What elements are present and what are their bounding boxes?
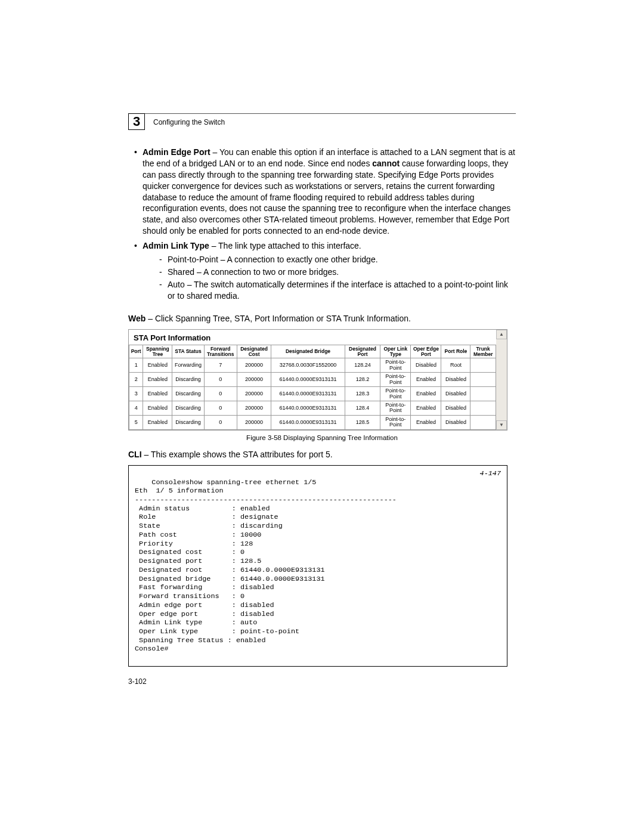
table-cell: 200000	[237, 373, 271, 387]
th-trunk-member: Trunk Member	[470, 345, 496, 358]
page-number: 3-102	[128, 677, 516, 686]
th-spanning-tree: Spanning Tree	[143, 345, 172, 358]
table-cell: 1	[129, 358, 143, 373]
th-des-bridge: Designated Bridge	[271, 345, 345, 358]
bullet-list: • Admin Edge Port – You can enable this …	[134, 147, 516, 303]
sub-list: -Point-to-Point – A connection to exactl…	[159, 254, 516, 302]
table-cell: Discarding	[172, 401, 204, 416]
scrollbar-up-icon[interactable]: ▲	[496, 330, 507, 339]
table-cell: Enabled	[411, 387, 441, 401]
table-cell: 128.2	[345, 373, 380, 387]
admin-link-text: – The link type attached to this interfa…	[209, 241, 361, 250]
bullet-admin-edge-port: • Admin Edge Port – You can enable this …	[134, 147, 516, 237]
table-cell: Discarding	[172, 373, 204, 387]
scrollbar-down-icon[interactable]: ▼	[496, 420, 507, 430]
cli-label: CLI	[128, 450, 142, 459]
cli-output-box: 4-147Console#show spanning-tree ethernet…	[128, 465, 507, 667]
cli-body: Console#show spanning-tree ethernet 1/5 …	[135, 478, 397, 654]
bullet-admin-link-type: • Admin Link Type – The link type attach…	[134, 240, 516, 302]
table-cell: 61440.0.0000E9313131	[271, 373, 345, 387]
table-cell: 61440.0.0000E9313131	[271, 415, 345, 429]
dash-icon: -	[159, 279, 168, 302]
table-cell: Discarding	[172, 387, 204, 401]
th-port: Port	[129, 345, 143, 358]
th-fwd-trans: Forward Transitions	[204, 345, 237, 358]
admin-edge-label: Admin Edge Port	[143, 147, 210, 157]
cli-instruction: CLI – This example shows the STA attribu…	[128, 450, 516, 459]
table-row: 3EnabledDiscarding020000061440.0.0000E93…	[129, 387, 496, 401]
table-cell: 32768.0.0030F1552000	[271, 358, 345, 373]
table-cell: Root	[441, 358, 470, 373]
admin-edge-text2: cause forwarding loops, they can pass di…	[143, 159, 510, 236]
table-cell: 128.4	[345, 401, 380, 416]
th-sta-status: STA Status	[172, 345, 204, 358]
table-cell: 0	[204, 401, 237, 416]
table-cell: Point-to-Point	[380, 401, 411, 416]
admin-link-label: Admin Link Type	[143, 241, 209, 250]
table-cell: Enabled	[411, 373, 441, 387]
table-cell: 61440.0.0000E9313131	[271, 401, 345, 416]
table-cell: Enabled	[143, 358, 172, 373]
sub-item: -Point-to-Point – A connection to exactl…	[159, 254, 516, 265]
cli-text: – This example shows the STA attributes …	[142, 450, 333, 459]
table-cell: Enabled	[143, 387, 172, 401]
table-cell: Discarding	[172, 415, 204, 429]
table-row: 5EnabledDiscarding020000061440.0.0000E93…	[129, 415, 496, 429]
web-text: – Click Spanning Tree, STA, Port Informa…	[145, 314, 411, 323]
th-port-role: Port Role	[441, 345, 470, 358]
sub-item: -Shared – A connection to two or more br…	[159, 267, 516, 278]
table-cell: Disabled	[441, 373, 470, 387]
th-des-cost: Designated Cost	[237, 345, 271, 358]
sta-panel-title: STA Port Information	[129, 330, 496, 345]
table-cell: 200000	[237, 387, 271, 401]
bullet-dot-icon: •	[134, 147, 143, 237]
sta-screenshot: ▲ ▼ STA Port Information Port Spanning T…	[128, 329, 507, 431]
table-cell: 128.3	[345, 387, 380, 401]
sta-port-table: Port Spanning Tree STA Status Forward Tr…	[129, 345, 496, 430]
table-cell: Disabled	[441, 415, 470, 429]
table-row: 2EnabledDiscarding020000061440.0.0000E93…	[129, 373, 496, 387]
sub-item: -Auto – The switch automatically determi…	[159, 279, 516, 302]
table-header-row: Port Spanning Tree STA Status Forward Tr…	[129, 345, 496, 358]
table-row: 4EnabledDiscarding020000061440.0.0000E93…	[129, 401, 496, 416]
sub-text: Auto – The switch automatically determin…	[168, 279, 516, 302]
table-cell: Point-to-Point	[380, 358, 411, 373]
table-cell	[470, 401, 496, 416]
sub-text: Point-to-Point – A connection to exactly…	[168, 254, 378, 265]
table-cell: Enabled	[411, 401, 441, 416]
table-cell: Disabled	[411, 358, 441, 373]
table-cell: 2	[129, 373, 143, 387]
table-cell: Enabled	[143, 401, 172, 416]
table-cell: 200000	[237, 401, 271, 416]
dash-icon: -	[159, 267, 168, 278]
table-cell: Enabled	[411, 415, 441, 429]
web-label: Web	[128, 314, 145, 323]
table-cell: 3	[129, 387, 143, 401]
table-cell: Disabled	[441, 387, 470, 401]
table-cell: 128.5	[345, 415, 380, 429]
chapter-number-box: 3	[128, 113, 145, 130]
chapter-header: 3 Configuring the Switch	[128, 113, 516, 130]
table-cell: 0	[204, 415, 237, 429]
chapter-title: Configuring the Switch	[153, 118, 225, 126]
table-row: 1EnabledForwarding720000032768.0.0030F15…	[129, 358, 496, 373]
table-cell: Disabled	[441, 401, 470, 416]
web-instruction: Web – Click Spanning Tree, STA, Port Inf…	[128, 314, 516, 323]
table-cell: Enabled	[143, 415, 172, 429]
admin-edge-bold2: cannot	[372, 159, 400, 168]
table-cell	[470, 373, 496, 387]
table-cell: 5	[129, 415, 143, 429]
table-cell: 7	[204, 358, 237, 373]
table-cell	[470, 415, 496, 429]
cli-page-ref: 4-147	[480, 469, 501, 478]
table-cell: 200000	[237, 358, 271, 373]
table-cell: Point-to-Point	[380, 415, 411, 429]
sub-text: Shared – A connection to two or more bri…	[168, 267, 339, 278]
figure-caption: Figure 3-58 Displaying Spanning Tree Inf…	[128, 434, 516, 441]
table-cell	[470, 358, 496, 373]
table-cell: 61440.0.0000E9313131	[271, 387, 345, 401]
table-cell: 0	[204, 387, 237, 401]
th-des-port: Designated Port	[345, 345, 380, 358]
table-cell: Point-to-Point	[380, 373, 411, 387]
table-cell	[470, 387, 496, 401]
